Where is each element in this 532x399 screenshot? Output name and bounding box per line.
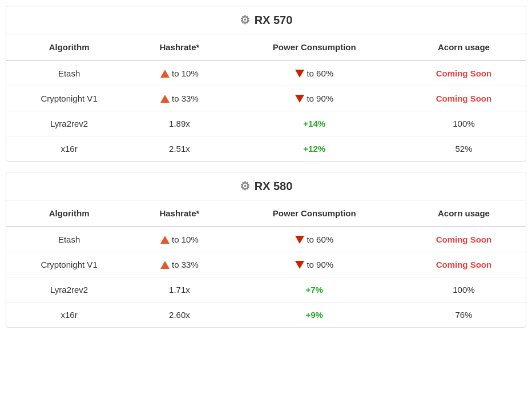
algorithm-cell: Lyra2rev2 (6, 277, 132, 303)
hashrate-cell: 1.89x (132, 111, 227, 136)
gpu-header-rx580: ⚙ RX 580 (6, 172, 526, 200)
arrow-up-icon (160, 70, 170, 78)
arrow-down-icon (295, 70, 304, 78)
positive-value: +9% (306, 310, 323, 320)
plain-value: 100% (453, 119, 474, 128)
gpu-section-rx570: ⚙ RX 570 AlgorithmHashrate*Power Consump… (6, 6, 526, 162)
data-table-rx570: AlgorithmHashrate*Power ConsumptionAcorn… (6, 34, 526, 161)
plain-value: 52% (455, 144, 472, 154)
positive-value: +12% (303, 144, 325, 154)
coming-soon-badge: Coming Soon (436, 235, 492, 244)
acorn-cell: 100% (402, 277, 526, 303)
power-cell: +7% (227, 277, 402, 303)
table-row: Etash to 10% to 60% Coming Soon (6, 61, 526, 86)
hashrate-cell: 1.71x (132, 277, 227, 303)
power-cell: +14% (227, 111, 402, 136)
power-cell: to 60% (227, 227, 402, 252)
hashrate-cell: 2.60x (132, 303, 227, 328)
table-row: x16r 2.51x +12% 52% (6, 136, 526, 162)
hashrate-value: to 33% (138, 94, 221, 103)
hashrate-cell: to 10% (132, 227, 227, 252)
plain-value: 2.51x (169, 144, 190, 154)
algorithm-cell: x16r (6, 303, 132, 328)
algorithm-cell: Etash (6, 227, 132, 252)
arrow-down-icon (295, 95, 304, 103)
table-row: Lyra2rev2 1.71x +7% 100% (6, 277, 526, 303)
col-header: Power Consumption (227, 200, 402, 227)
power-value: to 60% (233, 68, 396, 78)
hashrate-cell: to 33% (132, 86, 227, 111)
col-header: Acorn usage (402, 34, 526, 61)
table-row: Cryptonight V1 to 33% to 90% Coming Soon (6, 86, 526, 111)
algorithm-cell: Cryptonight V1 (6, 86, 132, 111)
plain-value: 1.89x (169, 119, 190, 128)
plain-value: 100% (453, 285, 474, 295)
acorn-cell: 52% (402, 136, 526, 162)
plain-value: 76% (455, 310, 472, 320)
arrow-down-icon (295, 261, 304, 269)
gpu-section-rx580: ⚙ RX 580 AlgorithmHashrate*Power Consump… (6, 172, 526, 328)
hashrate-cell: to 10% (132, 61, 227, 86)
col-header: Power Consumption (227, 34, 402, 61)
arrow-up-icon (160, 95, 170, 103)
col-header: Algorithm (6, 200, 132, 227)
power-value: to 60% (233, 235, 396, 244)
plain-value: 2.60x (169, 310, 190, 320)
gpu-title: RX 570 (255, 14, 293, 27)
algorithm-cell: Cryptonight V1 (6, 252, 132, 277)
algorithm-cell: Lyra2rev2 (6, 111, 132, 136)
table-row: x16r 2.60x +9% 76% (6, 303, 526, 328)
col-header: Hashrate* (132, 200, 227, 227)
col-header: Hashrate* (132, 34, 227, 61)
acorn-cell: Coming Soon (402, 227, 526, 252)
coming-soon-badge: Coming Soon (436, 260, 492, 269)
hashrate-cell: 2.51x (132, 136, 227, 162)
acorn-cell: 76% (402, 303, 526, 328)
positive-value: +7% (306, 285, 323, 295)
arrow-up-icon (160, 261, 170, 269)
power-cell: to 90% (227, 252, 402, 277)
col-header: Algorithm (6, 34, 132, 61)
arrow-up-icon (160, 236, 170, 244)
hashrate-value: to 10% (138, 235, 221, 244)
gpu-title: RX 580 (255, 180, 293, 193)
acorn-cell: 100% (402, 111, 526, 136)
arrow-down-icon (295, 236, 304, 244)
gear-icon: ⚙ (240, 179, 250, 193)
power-cell: +12% (227, 136, 402, 162)
table-row: Lyra2rev2 1.89x +14% 100% (6, 111, 526, 136)
col-header: Acorn usage (402, 200, 526, 227)
table-row: Etash to 10% to 60% Coming Soon (6, 227, 526, 252)
acorn-cell: Coming Soon (402, 86, 526, 111)
acorn-cell: Coming Soon (402, 61, 526, 86)
gear-icon: ⚙ (240, 13, 250, 27)
coming-soon-badge: Coming Soon (436, 68, 492, 78)
hashrate-value: to 33% (138, 260, 221, 269)
positive-value: +14% (303, 119, 325, 128)
power-value: to 90% (233, 260, 396, 269)
hashrate-value: to 10% (138, 68, 221, 78)
plain-value: 1.71x (169, 285, 190, 295)
algorithm-cell: x16r (6, 136, 132, 162)
power-cell: to 60% (227, 61, 402, 86)
hashrate-cell: to 33% (132, 252, 227, 277)
power-value: to 90% (233, 94, 396, 103)
algorithm-cell: Etash (6, 61, 132, 86)
gpu-header-rx570: ⚙ RX 570 (6, 6, 526, 34)
power-cell: +9% (227, 303, 402, 328)
data-table-rx580: AlgorithmHashrate*Power ConsumptionAcorn… (6, 200, 526, 327)
acorn-cell: Coming Soon (402, 252, 526, 277)
coming-soon-badge: Coming Soon (436, 94, 492, 103)
table-row: Cryptonight V1 to 33% to 90% Coming Soon (6, 252, 526, 277)
power-cell: to 90% (227, 86, 402, 111)
